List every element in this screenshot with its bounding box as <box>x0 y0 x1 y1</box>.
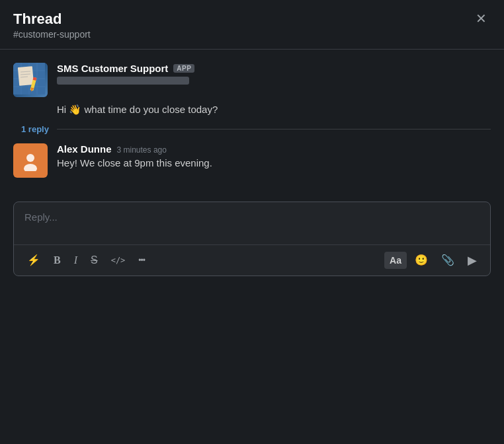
sms-message-text: Hi 👋 what time do you close today? <box>57 102 491 118</box>
sms-message-content: SMS Customer Support APP <box>57 63 194 91</box>
header-left: Thread #customer-support <box>13 11 91 40</box>
app-badge: APP <box>173 64 194 73</box>
font-size-button[interactable]: Aa <box>384 252 407 269</box>
send-button[interactable]: ▶ <box>462 250 482 270</box>
reply-sender-name: Alex Dunne <box>57 143 112 155</box>
attach-button[interactable]: 📎 <box>436 251 460 270</box>
svg-rect-7 <box>18 66 34 86</box>
strikethrough-icon: S <box>91 255 98 266</box>
messages-area: SMS Customer Support APP Hi 👋 what time … <box>0 50 504 195</box>
more-button[interactable]: ••• <box>133 252 150 268</box>
sms-message-header: SMS Customer Support APP <box>57 63 194 74</box>
font-size-icon: Aa <box>390 256 401 265</box>
thread-panel: Thread #customer-support ✕ <box>0 0 504 289</box>
emoji-button[interactable]: 🙂 <box>409 251 433 270</box>
blueprint-icon <box>13 63 48 97</box>
sms-sender-name: SMS Customer Support <box>57 63 168 74</box>
reply-text: Hey! We close at 9pm this evening. <box>57 156 212 171</box>
reply-block: Alex Dunne 3 minutes ago Hey! We close a… <box>13 143 491 178</box>
close-button[interactable]: ✕ <box>472 11 491 26</box>
sms-message-block: SMS Customer Support APP <box>13 63 491 97</box>
blueprint-svg <box>13 63 45 94</box>
italic-button[interactable]: I <box>69 251 83 270</box>
redacted-info <box>57 77 189 85</box>
reply-timestamp: 3 minutes ago <box>117 145 167 155</box>
reply-count-row: 1 reply <box>13 124 491 134</box>
reply-header: Alex Dunne 3 minutes ago <box>57 143 212 155</box>
code-icon: </> <box>111 256 126 264</box>
reply-count-label[interactable]: 1 reply <box>21 124 49 134</box>
reply-content: Alex Dunne 3 minutes ago Hey! We close a… <box>57 143 212 171</box>
emoji-icon: 🙂 <box>415 255 428 266</box>
reply-input-box: ⚡ B I S </> ••• Aa 🙂 <box>13 202 491 276</box>
bold-icon: B <box>54 255 61 266</box>
lightning-button[interactable]: ⚡ <box>22 251 46 270</box>
user-avatar <box>13 143 48 178</box>
strikethrough-button[interactable]: S <box>85 251 103 270</box>
thread-title: Thread <box>13 11 91 28</box>
send-icon: ▶ <box>468 254 477 266</box>
reply-divider <box>57 129 491 130</box>
italic-icon: I <box>74 255 77 266</box>
sms-avatar <box>13 63 48 97</box>
reply-textarea[interactable] <box>14 202 490 242</box>
user-avatar-icon <box>20 150 41 171</box>
thread-channel: #customer-support <box>13 29 91 40</box>
more-icon: ••• <box>138 256 145 264</box>
formatting-toolbar: ⚡ B I S </> ••• Aa 🙂 <box>14 244 490 276</box>
attach-icon: 📎 <box>441 255 454 266</box>
thread-header: Thread #customer-support ✕ <box>0 0 504 50</box>
code-button[interactable]: </> <box>106 252 131 268</box>
svg-point-15 <box>24 164 37 171</box>
svg-point-14 <box>26 154 34 162</box>
bold-button[interactable]: B <box>48 251 66 270</box>
lightning-icon: ⚡ <box>27 255 40 266</box>
